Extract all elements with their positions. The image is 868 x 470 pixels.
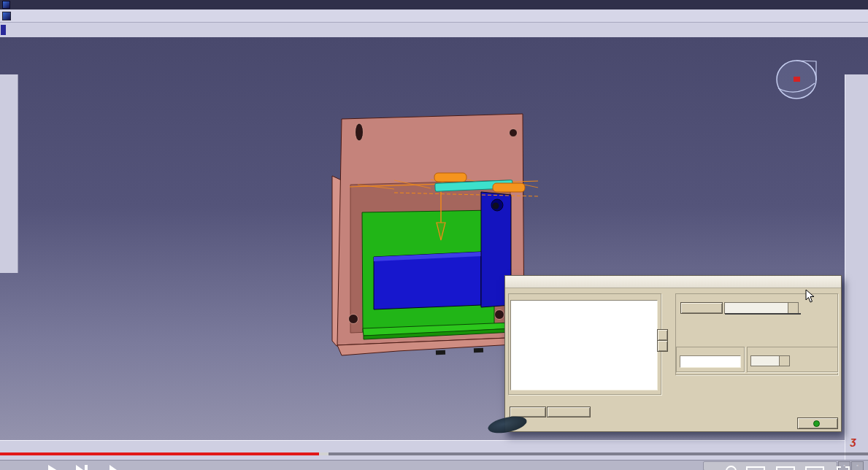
progress-played (0, 452, 319, 455)
video-controls-overlay[interactable] (0, 464, 868, 470)
feature1-label[interactable] (434, 173, 466, 182)
next-icon[interactable] (76, 465, 83, 470)
mouse-cursor (805, 289, 815, 303)
toolbar-dock-right (845, 74, 868, 470)
measure-list-table[interactable] (510, 300, 658, 390)
ok-button[interactable] (797, 417, 838, 429)
title-bar (0, 0, 868, 9)
feature2-label[interactable] (493, 183, 525, 192)
list-scroll-down-button[interactable] (657, 340, 668, 352)
settings-gear-icon[interactable] (726, 466, 737, 470)
dock-handle[interactable] (1, 25, 6, 35)
switch-to-dropdown[interactable] (750, 355, 790, 366)
toolbar-top (0, 23, 868, 38)
catia-window: ▫ ▫ ʒ (0, 0, 868, 470)
progress-track (329, 452, 868, 455)
toolbar-dock-left (0, 74, 18, 273)
view-compass[interactable] (777, 61, 816, 99)
list-scroll-up-button[interactable] (657, 329, 668, 341)
hole-top-right[interactable] (510, 129, 518, 137)
deactivate-all-button[interactable] (547, 407, 591, 417)
play-icon[interactable] (48, 465, 58, 470)
theater-mode-icon[interactable] (776, 466, 795, 470)
measure-type-dropdown[interactable] (724, 302, 799, 314)
app-icon (2, 1, 10, 9)
next-bar-icon (85, 465, 88, 470)
add-button[interactable] (680, 302, 723, 314)
chevron-down-icon[interactable] (788, 303, 798, 313)
specification-tree (0, 37, 307, 344)
menu-bar (0, 9, 868, 23)
measures-dialog (504, 275, 842, 432)
slot-hole[interactable] (356, 123, 364, 141)
dialog-title-bar[interactable] (505, 276, 841, 288)
search-input[interactable] (680, 355, 741, 368)
fullscreen-icon[interactable] (837, 466, 850, 470)
measure-type-open-list[interactable] (725, 313, 801, 315)
ok-green-dot-icon (813, 420, 820, 427)
chevron-down-icon[interactable] (779, 356, 789, 366)
wide-mode-icon[interactable] (805, 466, 824, 470)
volume-icon[interactable] (110, 465, 117, 470)
miniplayer-icon[interactable] (746, 466, 765, 470)
toolbar-bottom (0, 440, 868, 461)
hole-bottom-right[interactable] (495, 310, 504, 320)
document-icon (2, 12, 11, 20)
hole-bottom-left[interactable] (349, 315, 358, 324)
progress-buffer (319, 452, 329, 455)
video-progress-bar[interactable] (0, 452, 868, 455)
